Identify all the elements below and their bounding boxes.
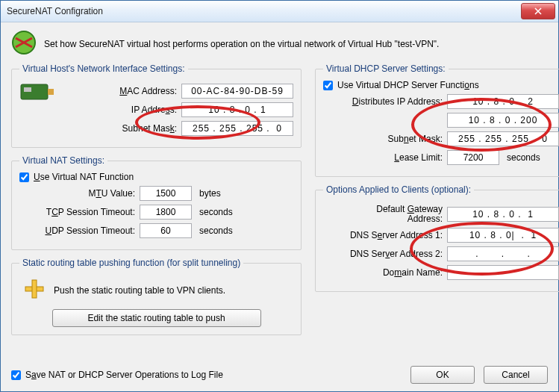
pipe-icon xyxy=(22,277,46,303)
use-dhcp-checkbox[interactable]: Use Virtual DHCP Server Functions xyxy=(323,80,559,90)
use-dhcp-input[interactable] xyxy=(323,81,333,90)
securenat-config-window: SecureNAT Configration Set how SecureNAT… xyxy=(0,0,559,392)
cancel-button[interactable]: Cancel xyxy=(484,366,548,384)
udp-input[interactable] xyxy=(140,223,192,238)
opts-group: Options Applied to Clients (optional): D… xyxy=(315,184,559,292)
opts-legend: Options Applied to Clients (optional): xyxy=(323,184,474,195)
mask-input[interactable] xyxy=(181,121,293,136)
dist-label: Distributes IP Address: xyxy=(323,96,443,107)
save-log-checkbox[interactable]: Save NAT or DHCP Server Operations to Lo… xyxy=(11,370,223,380)
window-title: SecureNAT Configration xyxy=(7,6,521,16)
udp-label: UDP Session Timeout: xyxy=(19,225,135,236)
staticroute-group: Static routing table pushing function (f… xyxy=(11,258,302,335)
vhost-legend: Virtual Host's Network Interface Setting… xyxy=(19,63,188,74)
mtu-label: MTU Value: xyxy=(19,188,135,199)
save-log-input[interactable] xyxy=(11,370,21,380)
mac-label: MMAC Address:AC Address: xyxy=(61,86,177,96)
lease-input[interactable] xyxy=(447,150,499,165)
securenat-icon xyxy=(11,30,37,57)
tcp-label: TCP Session Timeout: xyxy=(19,207,135,217)
mask-label: Subnet Mask: xyxy=(61,123,177,134)
svg-rect-5 xyxy=(32,280,37,298)
domain-label: Domain Name: xyxy=(323,267,443,278)
dns2-input[interactable] xyxy=(447,246,559,261)
use-vnat-checkbox[interactable]: Use Virtual NAT Function xyxy=(19,172,293,182)
use-vnat-input[interactable] xyxy=(19,172,29,182)
dhcp-legend: Virtual DHCP Server Settings: xyxy=(323,63,449,74)
dist-to-input[interactable] xyxy=(447,113,559,128)
intro-row: Set how SecureNAT virtual host performs … xyxy=(11,30,548,57)
ip-label: IP Address: xyxy=(61,105,177,115)
dns1-input[interactable] xyxy=(447,228,559,243)
udp-unit: seconds xyxy=(199,225,233,236)
mtu-unit: bytes xyxy=(199,188,221,199)
gw-input[interactable] xyxy=(447,207,559,222)
titlebar: SecureNAT Configration xyxy=(1,1,558,22)
lease-unit: seconds xyxy=(507,152,540,163)
close-button[interactable] xyxy=(521,3,555,19)
vnat-group: Virtual NAT Settings: Use Virtual NAT Fu… xyxy=(11,155,302,250)
gw-label: Default GatewayAddress: xyxy=(323,205,443,224)
ip-input[interactable] xyxy=(181,102,293,117)
lease-label: Lease Limit: xyxy=(323,152,443,163)
dns2-label: DNS Server Address 2: xyxy=(323,249,443,259)
dist-from-input[interactable] xyxy=(447,94,559,109)
mac-input[interactable] xyxy=(181,84,293,99)
svg-rect-2 xyxy=(24,87,31,92)
svg-rect-3 xyxy=(48,89,54,95)
vnat-legend: Virtual NAT Settings: xyxy=(19,155,107,166)
dhcp-group: Virtual DHCP Server Settings: Use Virtua… xyxy=(315,63,559,177)
close-icon xyxy=(534,7,542,15)
edit-static-route-button[interactable]: Edit the static routing table to push xyxy=(52,309,261,327)
mtu-input[interactable] xyxy=(140,186,192,201)
tcp-unit: seconds xyxy=(199,207,233,217)
push-text: Push the static routing table to VPN cli… xyxy=(54,285,225,296)
nic-icon xyxy=(19,80,55,140)
staticroute-legend: Static routing table pushing function (f… xyxy=(19,258,243,268)
ok-button[interactable]: OK xyxy=(410,366,475,384)
intro-text: Set how SecureNAT virtual host performs … xyxy=(44,39,439,49)
dhcp-mask-input[interactable] xyxy=(447,131,559,146)
domain-input[interactable] xyxy=(447,265,559,280)
dhcp-mask-label: Subnet Mask: xyxy=(323,134,443,144)
dns1-label: DNS Server Address 1: xyxy=(323,230,443,240)
vhost-group: Virtual Host's Network Interface Setting… xyxy=(11,63,302,148)
tcp-input[interactable] xyxy=(140,205,192,220)
